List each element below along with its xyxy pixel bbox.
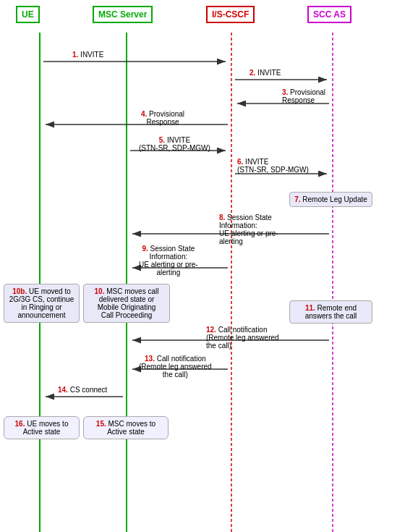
msg-1: 1. INVITE [72,51,103,59]
msg-4: 4. ProvisionalResponse [141,110,184,126]
actor-scc: SCC AS [307,6,351,23]
msg-12: 12. Call notification(Remote leg answere… [206,326,279,350]
msg-10: 10. MSC moves calldelivered state orMobi… [83,284,170,323]
msg-2: 2. INVITE [250,69,281,77]
state-16: 16. UE moves toActive state [4,416,80,439]
msg-14: 14. CS connect [58,386,107,394]
sequence-diagram: UE MSC Server I/S-CSCF SCC AS [0,0,405,532]
diagram-svg [0,0,405,532]
msg-13: 13. Call notification(Remote leg answere… [139,355,212,379]
actor-msc: MSC Server [93,6,153,23]
msg-5: 5. INVITE(STN-SR, SDP-MGW) [139,136,210,152]
state-15: 15. MSC moves toActive state [83,416,169,439]
msg-3: 3. ProvisionalResponse [282,88,325,104]
msg-7: 7. Remote Leg Update [289,192,372,207]
msg-10b: 10b. UE moved to2G/3G CS, continuein Rin… [4,284,80,323]
msg-8: 8. Session StateInformation:UE alerting … [219,214,278,245]
actor-ue: UE [16,6,40,23]
msg-11: 11. Remote endanswers the call [289,300,372,324]
msg-9: 9. Session StateInformation:UE alerting … [139,245,198,276]
actor-iscscf: I/S-CSCF [206,6,255,23]
msg-6: 6. INVITE(STN-SR, SDP-MGW) [237,158,309,174]
